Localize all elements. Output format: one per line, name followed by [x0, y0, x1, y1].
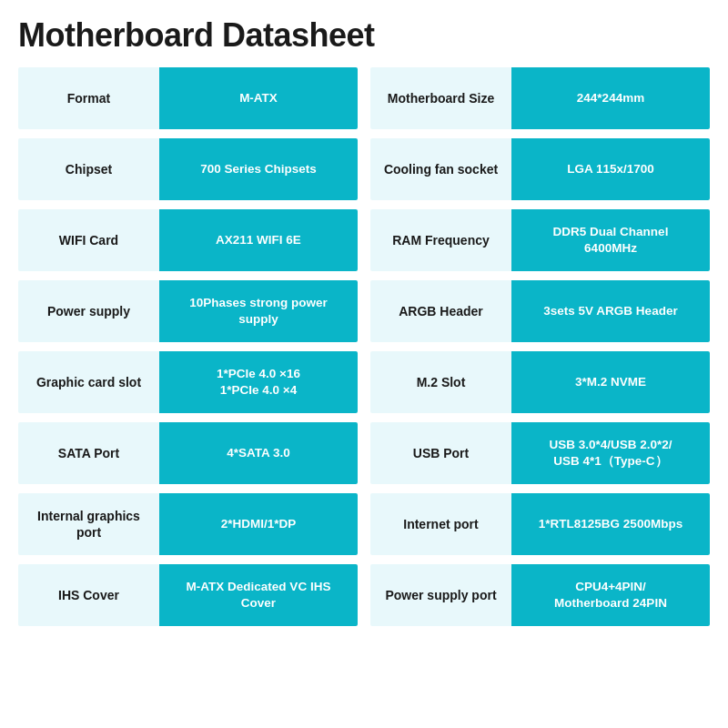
datasheet-cell: USB PortUSB 3.0*4/USB 2.0*2/ USB 4*1（Typ… — [370, 422, 710, 484]
datasheet-cell: M.2 Slot3*M.2 NVME — [370, 351, 710, 413]
cell-label: M.2 Slot — [370, 351, 511, 413]
datasheet-cell: WIFI CardAX211 WIFI 6E — [18, 209, 358, 271]
cell-label: Internet port — [370, 493, 511, 555]
datasheet-cell: Cooling fan socketLGA 115x/1700 — [370, 138, 710, 200]
datasheet-cell: Motherboard Size244*244mm — [370, 67, 710, 129]
page: Motherboard Datasheet FormatM-ATXMotherb… — [0, 0, 728, 728]
cell-label: Graphic card slot — [18, 351, 159, 413]
cell-label: Internal graphics port — [18, 493, 159, 555]
cell-label: WIFI Card — [18, 209, 159, 271]
cell-label: Format — [18, 67, 159, 129]
cell-value: 3*M.2 NVME — [511, 351, 710, 413]
datasheet-cell: FormatM-ATX — [18, 67, 358, 129]
cell-value: LGA 115x/1700 — [511, 138, 710, 200]
cell-value: M-ATX Dedicated VC IHS Cover — [159, 564, 358, 626]
datasheet-cell: ARGB Header3sets 5V ARGB Header — [370, 280, 710, 342]
datasheet-cell: RAM FrequencyDDR5 Dual Channel 6400MHz — [370, 209, 710, 271]
cell-value: USB 3.0*4/USB 2.0*2/ USB 4*1（Type-C） — [511, 422, 710, 484]
cell-label: SATA Port — [18, 422, 159, 484]
datasheet-cell: Power supply10Phases strong power supply — [18, 280, 358, 342]
cell-value: 10Phases strong power supply — [159, 280, 358, 342]
datasheet-cell: IHS CoverM-ATX Dedicated VC IHS Cover — [18, 564, 358, 626]
cell-label: IHS Cover — [18, 564, 159, 626]
datasheet-cell: Power supply portCPU4+4PIN/ Motherboard … — [370, 564, 710, 626]
datasheet-cell: Graphic card slot1*PCIe 4.0 ×16 1*PCIe 4… — [18, 351, 358, 413]
datasheet-grid: FormatM-ATXMotherboard Size244*244mmChip… — [18, 67, 710, 626]
cell-label: Power supply — [18, 280, 159, 342]
datasheet-cell: Internet port1*RTL8125BG 2500Mbps — [370, 493, 710, 555]
cell-value: 1*PCIe 4.0 ×16 1*PCIe 4.0 ×4 — [159, 351, 358, 413]
cell-value: 2*HDMI/1*DP — [159, 493, 358, 555]
cell-label: Motherboard Size — [370, 67, 511, 129]
cell-value: 244*244mm — [511, 67, 710, 129]
cell-value: CPU4+4PIN/ Motherboard 24PIN — [511, 564, 710, 626]
cell-value: 1*RTL8125BG 2500Mbps — [511, 493, 710, 555]
cell-label: RAM Frequency — [370, 209, 511, 271]
cell-value: 3sets 5V ARGB Header — [511, 280, 710, 342]
datasheet-cell: SATA Port4*SATA 3.0 — [18, 422, 358, 484]
cell-value: DDR5 Dual Channel 6400MHz — [511, 209, 710, 271]
datasheet-cell: Internal graphics port2*HDMI/1*DP — [18, 493, 358, 555]
cell-label: ARGB Header — [370, 280, 511, 342]
cell-label: USB Port — [370, 422, 511, 484]
cell-label: Cooling fan socket — [370, 138, 511, 200]
datasheet-cell: Chipset700 Series Chipsets — [18, 138, 358, 200]
cell-value: M-ATX — [159, 67, 358, 129]
cell-label: Chipset — [18, 138, 159, 200]
cell-value: AX211 WIFI 6E — [159, 209, 358, 271]
cell-label: Power supply port — [370, 564, 511, 626]
cell-value: 700 Series Chipsets — [159, 138, 358, 200]
page-title: Motherboard Datasheet — [18, 16, 710, 55]
cell-value: 4*SATA 3.0 — [159, 422, 358, 484]
